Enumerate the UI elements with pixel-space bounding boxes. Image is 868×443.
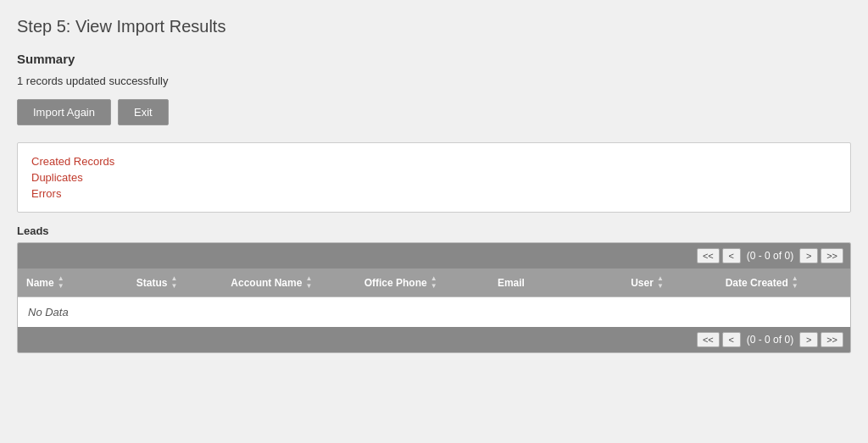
last-page-button[interactable]: >>: [821, 248, 843, 263]
page-container: Step 5: View Import Results Summary 1 re…: [0, 0, 868, 370]
prev-page-button-bottom[interactable]: <: [722, 332, 741, 347]
col-status: Status ▲▼: [128, 269, 223, 296]
button-row: Import Again Exit: [17, 99, 851, 125]
section-label: Leads: [17, 224, 851, 237]
table-header: Name ▲▼ Status ▲▼ Account Name ▲▼ Office…: [18, 269, 850, 297]
no-data-row: No Data: [18, 297, 850, 327]
next-page-button-bottom[interactable]: >: [799, 332, 818, 347]
page-title: Step 5: View Import Results: [17, 17, 851, 36]
next-page-button[interactable]: >: [799, 248, 818, 263]
tab-errors[interactable]: Errors: [31, 187, 837, 200]
sort-icon-account[interactable]: ▲▼: [305, 275, 312, 290]
status-text: 1 records updated successfully: [17, 75, 851, 87]
col-email: Email: [489, 269, 622, 296]
sort-icon-date[interactable]: ▲▼: [792, 275, 798, 290]
sort-icon-name[interactable]: ▲▼: [58, 275, 64, 290]
bottom-toolbar: << < (0 - 0 of 0) > >>: [18, 327, 850, 352]
col-date-created: Date Created ▲▼: [717, 269, 850, 296]
summary-label: Summary: [17, 52, 851, 66]
first-page-button[interactable]: <<: [697, 248, 720, 263]
sort-icon-user[interactable]: ▲▼: [657, 275, 664, 290]
col-name: Name ▲▼: [18, 269, 128, 296]
prev-page-button[interactable]: <: [722, 248, 741, 263]
tab-duplicates[interactable]: Duplicates: [31, 171, 837, 184]
pagination-info: (0 - 0 of 0): [747, 250, 793, 262]
last-page-button-bottom[interactable]: >>: [821, 332, 843, 347]
exit-button[interactable]: Exit: [118, 99, 169, 125]
top-toolbar: << < (0 - 0 of 0) > >>: [18, 243, 850, 269]
import-again-button[interactable]: Import Again: [17, 99, 111, 125]
pagination-info-bottom: (0 - 0 of 0): [747, 334, 793, 346]
col-office-phone: Office Phone ▲▼: [356, 269, 489, 296]
col-user: User ▲▼: [622, 269, 717, 296]
sort-icon-phone[interactable]: ▲▼: [431, 275, 437, 290]
tab-created-records[interactable]: Created Records: [31, 155, 837, 168]
sort-icon-status[interactable]: ▲▼: [171, 275, 178, 290]
leads-table: << < (0 - 0 of 0) > >> Name ▲▼ Status ▲▼…: [17, 242, 851, 353]
col-account-name: Account Name ▲▼: [222, 269, 355, 296]
tabs-box: Created Records Duplicates Errors: [17, 142, 851, 213]
first-page-button-bottom[interactable]: <<: [697, 332, 720, 347]
